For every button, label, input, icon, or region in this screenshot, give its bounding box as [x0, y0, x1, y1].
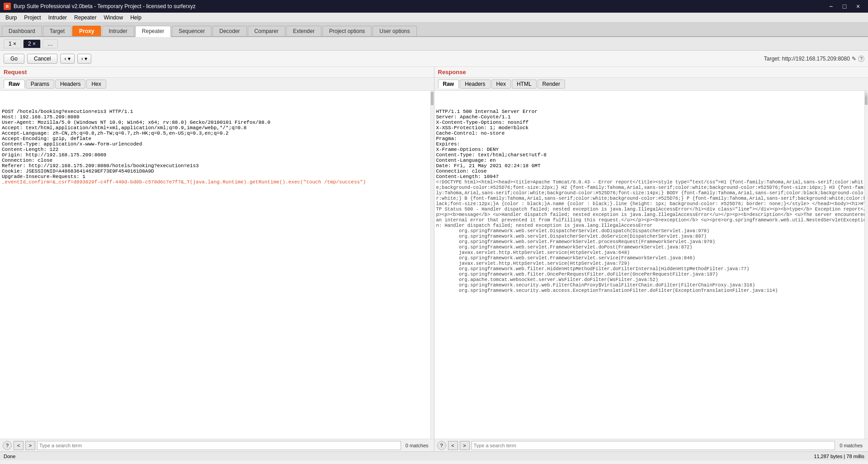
response-panel: Response Raw Headers Hex HTML Render HTT… [434, 67, 868, 451]
request-help-button[interactable]: ? [3, 441, 12, 450]
response-body-line: org.springframework.security.web.FilterC… [436, 282, 867, 288]
tab-target[interactable]: Target [43, 26, 71, 36]
close-button[interactable]: × [852, 0, 864, 13]
response-search-prev-button[interactable]: < [448, 441, 458, 450]
response-header-line: Cache-Control: no-store [436, 131, 867, 136]
response-header-line: HTTP/1.1 500 Internal Server Error [436, 109, 867, 114]
response-header-line: X-Content-Type-Options: nosniff [436, 120, 867, 125]
response-header-line: Connection: close [436, 169, 867, 174]
status-bytes: 11,287 bytes | 78 millis [814, 454, 864, 459]
tab-project-options[interactable]: Project options [322, 26, 372, 36]
app-icon: B [4, 3, 11, 10]
response-tabs: Raw Headers Hex HTML Render [434, 78, 868, 91]
response-search-input[interactable] [472, 441, 835, 450]
status-text: Done [4, 454, 15, 459]
request-line: Content-Type: application/x-www-form-url… [2, 141, 432, 147]
target-info: Target: http://192.168.175.209:8080 ✎ ? [764, 56, 864, 62]
response-body-line: org.springframework.web.filter.HiddenHtt… [436, 266, 867, 272]
request-content[interactable]: POST /hotels/booking?execution=e1s3 HTTP… [0, 91, 434, 439]
response-tab-raw[interactable]: Raw [438, 80, 459, 89]
request-footer: ? < > 0 matches [0, 439, 434, 451]
request-line: User-Agent: Mozilla/5.0 (Windows NT 10.0… [2, 120, 432, 125]
go-button[interactable]: Go [4, 54, 24, 64]
response-search-next-button[interactable]: > [460, 441, 470, 450]
response-body-line: org.springframework.web.servlet.Dispatch… [436, 234, 867, 239]
minimize-button[interactable]: − [825, 0, 837, 13]
response-header: Response [434, 67, 868, 78]
target-label: Target: http://192.168.175.209:8080 [764, 56, 850, 62]
menubar: Burp Project Intruder Repeater Window He… [0, 13, 868, 23]
sub-tab-1[interactable]: 1 × [4, 39, 21, 48]
request-search-prev-button[interactable]: < [14, 441, 24, 450]
response-header-line: Server: Apache-Coyote/1.1 [436, 114, 867, 120]
help-icon[interactable]: ? [858, 56, 864, 62]
request-line: Upgrade-Insecure-Requests: 1 [2, 174, 432, 179]
menu-project[interactable]: Project [20, 14, 44, 22]
tab-user-options[interactable]: User options [373, 26, 416, 36]
response-header-line: Content-Type: text/html;charset=utf-8 [436, 152, 867, 158]
response-title: Response [438, 69, 466, 75]
main-content: Request Raw Params Headers Hex POST /hot… [0, 67, 868, 451]
tab-dashboard[interactable]: Dashboard [2, 26, 42, 36]
sub-tab-more[interactable]: … [42, 39, 58, 48]
response-body-line: <!DOCTYPE html><html><head><title>Apache… [436, 179, 867, 228]
response-content[interactable]: HTTP/1.1 500 Internal Server ErrorServer… [434, 91, 868, 439]
request-tab-params[interactable]: Params [26, 80, 54, 89]
request-search-input[interactable] [37, 441, 401, 450]
response-body-line: javax.servlet.http.HttpServlet.service(H… [436, 250, 867, 255]
request-tab-raw[interactable]: Raw [4, 80, 25, 89]
response-header-line: X-XSS-Protection: 1; mode=block [436, 125, 867, 131]
tab-sequencer[interactable]: Sequencer [172, 26, 212, 36]
response-tab-hex[interactable]: Hex [491, 80, 511, 89]
menu-help[interactable]: Help [127, 14, 145, 22]
response-matches: 0 matches [837, 443, 865, 448]
request-header: Request [0, 67, 434, 78]
response-tab-html[interactable]: HTML [512, 80, 537, 89]
response-body-line: org.springframework.web.servlet.Dispatch… [436, 228, 867, 234]
request-line: Content-Length: 122 [2, 147, 432, 152]
titlebar-left: B Burp Suite Professional v2.0beta - Tem… [4, 3, 196, 10]
request-tab-hex[interactable]: Hex [86, 80, 106, 89]
request-scrollbar[interactable] [430, 91, 434, 439]
request-search-next-button[interactable]: > [25, 441, 35, 450]
response-tab-headers[interactable]: Headers [460, 80, 490, 89]
toolbar: Go Cancel ‹ ▾ › ▾ Target: http://192.168… [0, 51, 868, 67]
tab-intruder[interactable]: Intruder [102, 26, 134, 36]
response-header-line: Expires: [436, 141, 867, 147]
request-line: Origin: http://192.168.175.209:8080 [2, 152, 432, 158]
request-matches: 0 matches [403, 443, 431, 448]
tab-decoder[interactable]: Decoder [212, 26, 246, 36]
cancel-button[interactable]: Cancel [27, 54, 57, 64]
response-tab-render[interactable]: Render [538, 80, 565, 89]
request-line: Referer: http://192.168.175.209:8080/hot… [2, 163, 432, 169]
response-body-line: org.springframework.security.web.access.… [436, 288, 867, 293]
request-line: _eventId_confirm=&_csrf=d893829f-c4ff-44… [2, 179, 432, 185]
response-header-line: Date: Fri, 21 May 2021 02:24:18 GMT [436, 163, 867, 169]
response-scrollbar[interactable] [864, 91, 868, 439]
request-line: Cookie: JSESSIONID=A486836414629EF73E9F4… [2, 169, 432, 174]
tab-extender[interactable]: Extender [286, 26, 321, 36]
nav-next-button[interactable]: › ▾ [77, 54, 91, 64]
sub-tabbar: 1 × 2 × … [0, 37, 868, 51]
response-body-line: org.springframework.web.servlet.Framewor… [436, 255, 867, 261]
menu-repeater[interactable]: Repeater [71, 14, 100, 22]
request-line: Connection: close [2, 158, 432, 163]
edit-icon[interactable]: ✎ [852, 56, 856, 62]
request-tab-headers[interactable]: Headers [55, 80, 85, 89]
statusbar: Done 11,287 bytes | 78 millis [0, 451, 868, 460]
nav-prev-button[interactable]: ‹ ▾ [60, 54, 74, 64]
menu-intruder[interactable]: Intruder [45, 14, 71, 22]
response-header-line: X-Frame-Options: DENY [436, 147, 867, 152]
maximize-button[interactable]: □ [838, 0, 851, 13]
titlebar-controls: − □ × [825, 0, 864, 13]
response-help-button[interactable]: ? [437, 441, 446, 450]
menu-burp[interactable]: Burp [2, 14, 20, 22]
sub-tab-2[interactable]: 2 × [23, 39, 41, 48]
tab-comparer[interactable]: Comparer [248, 26, 285, 36]
response-header-line: Pragma: [436, 136, 867, 141]
menu-window[interactable]: Window [100, 14, 127, 22]
tab-repeater[interactable]: Repeater [135, 26, 171, 37]
request-tabs: Raw Params Headers Hex [0, 78, 434, 91]
response-body-line: org.springframework.web.filter.OncePerRe… [436, 272, 867, 277]
tab-proxy[interactable]: Proxy [72, 26, 101, 36]
